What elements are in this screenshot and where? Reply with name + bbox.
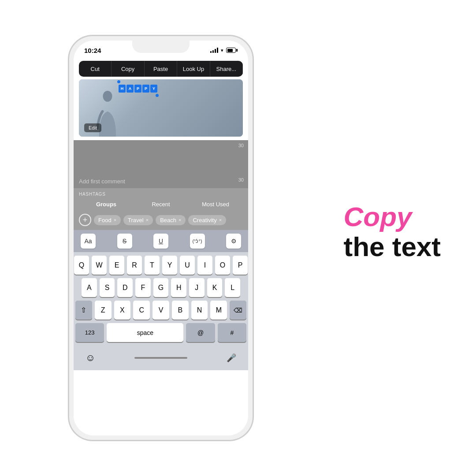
key-d[interactable]: D <box>117 278 133 297</box>
font-size-button[interactable]: Aa <box>81 234 96 249</box>
chip-travel[interactable]: Travel × <box>123 215 153 225</box>
cut-menu-item[interactable]: Cut <box>79 61 112 77</box>
keyboard-row-1: Q W E R T Y U I O P <box>75 256 246 275</box>
phone-screen: 10:24 ▾ Cut Copy Paste Look Up <box>74 41 248 435</box>
hash-key[interactable]: # <box>218 323 246 342</box>
comment-placeholder: Add first comment <box>79 178 243 185</box>
status-icons: ▾ <box>210 48 238 53</box>
share-menu-item[interactable]: Share... <box>210 61 243 77</box>
context-menu: Cut Copy Paste Look Up Share... <box>79 61 243 77</box>
key-h[interactable]: H <box>171 278 186 297</box>
paste-menu-item[interactable]: Paste <box>145 61 177 77</box>
keyboard: Q W E R T Y U I O P A S <box>74 252 248 347</box>
keyboard-toolbar: Aa S U (°ʖ°) ⚙ <box>74 230 248 252</box>
key-p[interactable]: P <box>233 256 248 275</box>
keyboard-row-2: A S D F G H J K L <box>75 278 246 297</box>
key-x[interactable]: X <box>114 301 131 320</box>
shift-key[interactable]: ⇧ <box>75 301 92 320</box>
phone-frame: 10:24 ▾ Cut Copy Paste Look Up <box>68 35 253 441</box>
caption-area[interactable]: 30 <box>74 140 248 175</box>
chip-food[interactable]: Food × <box>94 215 121 225</box>
app-content: Edit H A P P Y 30 <box>74 60 248 435</box>
hashtags-label: HASHTAGS <box>79 192 243 197</box>
key-y[interactable]: Y <box>162 256 177 275</box>
copy-menu-item[interactable]: Copy <box>112 61 144 77</box>
hashtags-tabs: Groups Recent Most Used <box>79 199 243 209</box>
chip-food-label: Food <box>98 217 112 223</box>
volume-down-button <box>68 131 69 157</box>
lookup-menu-item[interactable]: Look Up <box>177 61 210 77</box>
home-indicator <box>134 357 187 359</box>
key-j[interactable]: J <box>189 278 205 297</box>
key-e[interactable]: E <box>109 256 124 275</box>
tab-groups[interactable]: Groups <box>79 199 134 209</box>
keyboard-row-3: ⇧ Z X C V B N M ⌫ <box>75 301 246 320</box>
comment-area[interactable]: 30 Add first comment <box>74 175 248 188</box>
key-n[interactable]: N <box>191 301 208 320</box>
selected-text: H A P P Y <box>119 85 157 93</box>
tab-most-used[interactable]: Most Used <box>188 199 243 209</box>
key-f[interactable]: F <box>135 278 151 297</box>
hashtags-section: HASHTAGS Groups Recent Most Used + Food … <box>74 188 248 230</box>
at-key[interactable]: @ <box>186 323 215 342</box>
key-v[interactable]: V <box>152 301 169 320</box>
chip-beach-label: Beach <box>160 217 176 223</box>
context-menu-arrow <box>152 76 160 77</box>
edit-button[interactable]: Edit <box>84 123 101 132</box>
post-image-area: Edit H A P P Y <box>79 79 243 137</box>
underline-button[interactable]: U <box>153 234 168 249</box>
svg-point-0 <box>103 91 112 102</box>
chip-travel-remove[interactable]: × <box>146 217 149 223</box>
strikethrough-button[interactable]: S <box>117 234 132 249</box>
add-chip-button[interactable]: + <box>79 214 91 226</box>
key-b[interactable]: B <box>172 301 189 320</box>
chip-beach-remove[interactable]: × <box>178 217 181 223</box>
the-text-headline: the text <box>344 232 441 262</box>
key-t[interactable]: T <box>145 256 160 275</box>
chip-creativity-label: Creativity <box>193 217 216 223</box>
key-w[interactable]: W <box>92 256 107 275</box>
post-image <box>79 79 243 137</box>
key-m[interactable]: M <box>210 301 227 320</box>
emoji-button[interactable]: ☺ <box>82 350 98 366</box>
delete-key[interactable]: ⌫ <box>230 301 246 320</box>
chip-creativity-remove[interactable]: × <box>219 217 222 223</box>
cursor-bottom <box>156 94 159 97</box>
caption-char-count: 30 <box>238 143 244 148</box>
settings-keyboard-button[interactable]: ⚙ <box>226 234 241 249</box>
key-z[interactable]: Z <box>95 301 112 320</box>
key-u[interactable]: U <box>180 256 195 275</box>
microphone-button[interactable]: 🎤 <box>223 350 239 366</box>
cursor-top <box>117 80 120 83</box>
wifi-icon: ▾ <box>221 48 223 53</box>
key-i[interactable]: I <box>197 256 212 275</box>
key-q[interactable]: Q <box>74 256 89 275</box>
key-a[interactable]: A <box>82 278 97 297</box>
selected-letter-p1: P <box>134 85 141 93</box>
selected-letter-y: Y <box>150 85 157 93</box>
battery-icon <box>226 48 238 53</box>
copy-headline: Copy <box>344 202 441 232</box>
key-l[interactable]: L <box>225 278 240 297</box>
phone-mockup: 10:24 ▾ Cut Copy Paste Look Up <box>68 35 253 441</box>
numbers-key[interactable]: 123 <box>75 323 104 342</box>
key-k[interactable]: K <box>207 278 223 297</box>
power-button <box>253 133 253 168</box>
key-o[interactable]: O <box>215 256 230 275</box>
chip-beach[interactable]: Beach × <box>156 215 186 225</box>
signal-icon <box>210 48 218 53</box>
key-g[interactable]: G <box>153 278 169 297</box>
silent-button <box>68 164 69 190</box>
chip-travel-label: Travel <box>128 217 144 223</box>
key-c[interactable]: C <box>133 301 150 320</box>
selected-letter-a: A <box>126 85 134 93</box>
tab-recent[interactable]: Recent <box>134 199 188 209</box>
chip-creativity[interactable]: Creativity × <box>188 215 226 225</box>
notch <box>132 41 190 53</box>
key-s[interactable]: S <box>100 278 115 297</box>
emoticon-button[interactable]: (°ʖ°) <box>190 234 205 249</box>
keyboard-row-bottom: 123 space @ # <box>75 323 246 342</box>
space-key[interactable]: space <box>107 323 183 342</box>
chip-food-remove[interactable]: × <box>114 217 116 223</box>
key-r[interactable]: R <box>127 256 142 275</box>
